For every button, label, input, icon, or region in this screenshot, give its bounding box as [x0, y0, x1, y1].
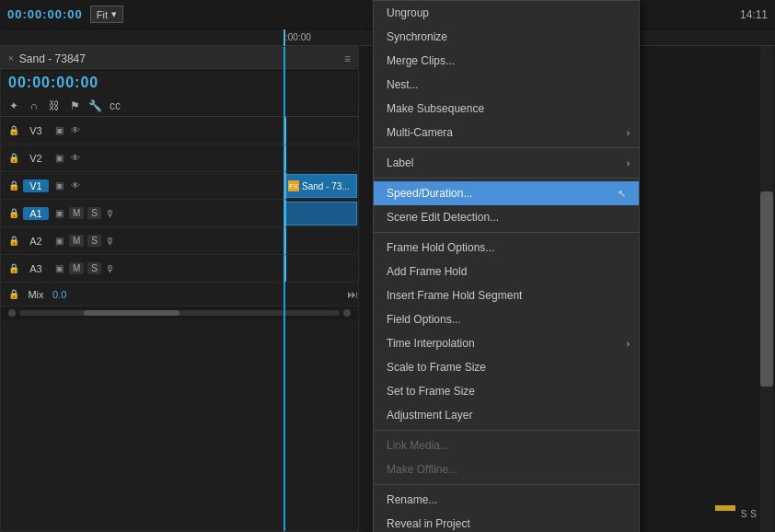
panel-title: Sand - 73847 — [19, 52, 86, 65]
main-timecode[interactable]: 00:00:00:00 — [7, 7, 83, 21]
menu-item-ungroup[interactable]: Ungroup — [374, 1, 639, 25]
track-row: 🔒 V2 ▣ 👁 — [1, 145, 358, 172]
scroll-track[interactable] — [19, 310, 340, 316]
a3-m-button[interactable]: M — [69, 262, 84, 274]
a2-lock-icon[interactable]: 🔒 — [8, 236, 19, 246]
submenu-arrow-icon: › — [627, 128, 630, 138]
a3-label: A3 — [23, 263, 49, 274]
v3-playhead — [284, 117, 286, 144]
ruler-timecode: :00:00 — [285, 32, 311, 42]
menu-item-label[interactable]: Label› — [374, 151, 639, 175]
fit-dropdown[interactable]: Fit ▾ — [90, 6, 123, 23]
mix-value[interactable]: 0.0 — [52, 289, 66, 300]
panel-header: × Sand - 73847 ≡ — [1, 47, 358, 71]
v3-eye-icon[interactable]: 👁 — [69, 124, 82, 137]
a1-label: A1 — [23, 207, 49, 220]
panel-toolbar: ✦ ∩ ⛓ ⚑ 🔧 cc — [1, 95, 358, 117]
menu-item-add-frame-hold[interactable]: Add Frame Hold — [374, 260, 639, 283]
ripple-tool[interactable]: ∩ — [27, 98, 41, 113]
menu-item-speed-duration[interactable]: Speed/Duration...↖ — [374, 181, 639, 205]
v1-label: V1 — [23, 179, 49, 192]
a2-m-button[interactable]: M — [69, 235, 84, 247]
menu-item-adjustment-layer[interactable]: Adjustment Layer — [374, 403, 639, 427]
menu-cursor-icon: ↖ — [618, 188, 626, 200]
menu-divider — [374, 430, 639, 431]
v3-timeline — [272, 117, 358, 144]
a1-controls: 🔒 A1 ▣ M S 🎙 — [1, 207, 272, 220]
a1-mic-icon[interactable]: 🎙 — [105, 208, 115, 219]
a2-timeline — [272, 227, 358, 254]
v1-clip-label: Sand - 73... — [302, 181, 350, 191]
menu-item-time-interpolation[interactable]: Time Interpolation› — [374, 331, 639, 355]
menu-item-synchronize[interactable]: Synchronize — [374, 25, 639, 49]
menu-item-merge-clips[interactable]: Merge Clips... — [374, 49, 639, 73]
panel-menu-icon[interactable]: ≡ — [344, 52, 351, 65]
menu-item-rename[interactable]: Rename... — [374, 488, 639, 512]
cc-tool[interactable]: cc — [108, 98, 122, 113]
menu-item-scene-edit[interactable]: Scene Edit Detection... — [374, 205, 639, 229]
right-scroll-track — [760, 46, 773, 532]
mix-lock-icon: 🔒 — [8, 289, 19, 299]
time-display: 14:11 — [740, 8, 768, 21]
a3-mic-icon[interactable]: 🎙 — [105, 263, 115, 274]
a1-timeline — [272, 200, 358, 226]
v2-label: V2 — [23, 153, 49, 164]
v2-eye-icon[interactable]: 👁 — [69, 152, 82, 165]
a1-clip[interactable] — [283, 202, 357, 226]
wrench-tool[interactable]: 🔧 — [87, 98, 102, 113]
menu-item-multi-camera[interactable]: Multi-Camera› — [374, 121, 639, 145]
scroll-thumb[interactable] — [84, 310, 179, 316]
panel-close-button[interactable]: × — [8, 53, 14, 64]
v2-lock-icon[interactable]: 🔒 — [8, 153, 19, 163]
yellow-indicator — [715, 505, 735, 511]
panel-timecode[interactable]: 00:00:00:00 — [1, 71, 358, 95]
a1-playhead — [284, 200, 286, 226]
a1-m-button[interactable]: M — [69, 207, 84, 219]
v2-film-icon: ▣ — [52, 152, 65, 165]
track-row: 🔒 V1 ▣ 👁 FX Sand - 73... — [1, 172, 358, 200]
v3-lock-icon[interactable]: 🔒 — [8, 125, 19, 135]
a1-lock-icon[interactable]: 🔒 — [8, 208, 19, 218]
menu-item-insert-frame-hold[interactable]: Insert Frame Hold Segment — [374, 283, 639, 307]
linked-tool[interactable]: ⛓ — [47, 98, 62, 113]
v1-lock-icon[interactable]: 🔒 — [8, 180, 19, 191]
scroll-left-dot — [8, 309, 16, 317]
a3-timeline — [272, 255, 358, 282]
a3-lock-icon[interactable]: 🔒 — [8, 263, 19, 273]
mix-end-arrow: ⏭ — [347, 288, 358, 301]
a3-playhead — [284, 255, 286, 282]
menu-item-frame-hold-options[interactable]: Frame Hold Options... — [374, 236, 639, 260]
v1-clip[interactable]: FX Sand - 73... — [283, 174, 357, 198]
bottom-scrollbar[interactable] — [1, 306, 358, 319]
menu-item-make-offline: Make Offline... — [374, 457, 639, 481]
menu-divider — [374, 147, 639, 148]
v2-controls: 🔒 V2 ▣ 👁 — [1, 152, 272, 165]
playhead-marker — [283, 29, 285, 46]
magnet-tool[interactable]: ✦ — [6, 98, 21, 113]
a2-mic-icon[interactable]: 🎙 — [105, 236, 115, 247]
v3-controls: 🔒 V3 ▣ 👁 — [1, 124, 272, 137]
menu-item-reveal-project[interactable]: Reveal in Project — [374, 512, 639, 532]
a2-label: A2 — [23, 236, 49, 247]
mix-row: 🔒 Mix 0.0 ⏭ — [1, 283, 358, 306]
a1-s-button[interactable]: S — [87, 207, 101, 219]
a3-controls: 🔒 A3 ▣ M S 🎙 — [1, 262, 272, 275]
track-row: 🔒 A3 ▣ M S 🎙 — [1, 255, 358, 283]
menu-item-set-to-frame[interactable]: Set to Frame Size — [374, 379, 639, 403]
a2-film-icon: ▣ — [52, 235, 65, 248]
track-row: 🔒 A1 ▣ M S 🎙 — [1, 200, 358, 227]
menu-item-make-subsequence[interactable]: Make Subsequence — [374, 97, 639, 121]
v1-eye-icon[interactable]: 👁 — [69, 179, 82, 192]
tracks-area: 🔒 V3 ▣ 👁 🔒 V2 ▣ 👁 — [1, 117, 358, 283]
context-menu: UngroupSynchronizeMerge Clips...Nest...M… — [373, 0, 640, 532]
right-scrollbar-area — [758, 46, 775, 532]
menu-item-field-options[interactable]: Field Options... — [374, 307, 639, 331]
v1-film-icon: ▣ — [52, 179, 65, 192]
flag-tool[interactable]: ⚑ — [67, 98, 82, 113]
a2-s-button[interactable]: S — [87, 235, 101, 247]
a3-s-button[interactable]: S — [87, 262, 101, 274]
menu-item-nest[interactable]: Nest... — [374, 73, 639, 97]
right-scroll-thumb[interactable] — [760, 191, 773, 386]
menu-item-scale-to-frame[interactable]: Scale to Frame Size — [374, 355, 639, 379]
s-label-1: S — [741, 509, 747, 519]
